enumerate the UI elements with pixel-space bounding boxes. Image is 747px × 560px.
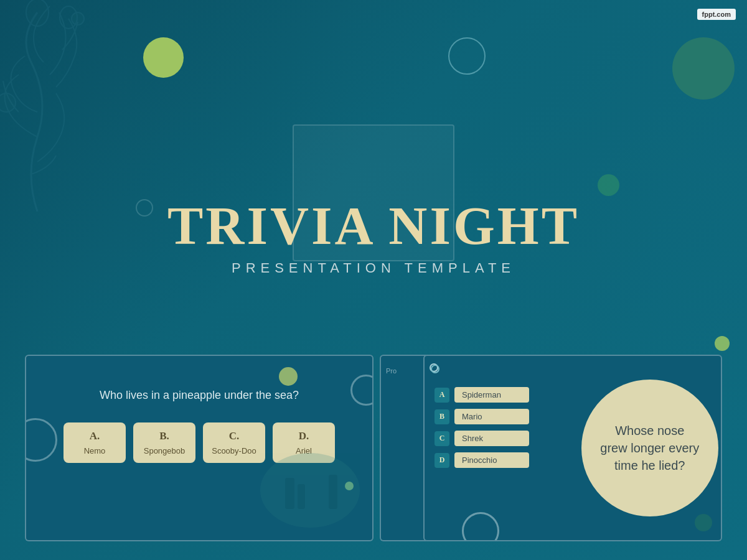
answer-text-b: Spongebob	[139, 446, 189, 455]
answer-letter-b: B.	[139, 430, 189, 442]
option-badge-d: D	[435, 453, 449, 468]
main-title: TRIVIA NIGHT	[0, 199, 747, 253]
slide1-question: Who lives in a pineapple under the sea?	[26, 356, 372, 416]
slide-preview-2: A Spiderman B Mario C Shrek D Pinocchio …	[423, 355, 722, 541]
svg-point-3	[60, 6, 77, 29]
option-badge-c: C	[435, 431, 449, 446]
option-label-a: Spiderman	[454, 387, 529, 403]
slide2-question-area: Whose nose grew longer every time he lie…	[579, 356, 721, 540]
option-badge-a: A	[435, 388, 449, 403]
decor-circle-lime-right-edge	[715, 336, 730, 351]
option-label-c: Shrek	[454, 431, 529, 446]
s1-circle-yellow	[279, 367, 298, 386]
slide1-bg-art	[248, 428, 372, 540]
coral-decoration	[0, 0, 137, 212]
slide2-question-circle: Whose nose grew longer every time he lie…	[581, 380, 718, 516]
svg-point-4	[260, 453, 360, 528]
slide-preview-1: Who lives in a pineapple under the sea? …	[25, 355, 374, 541]
answer-text-a: Nemo	[70, 446, 120, 455]
svg-rect-6	[298, 484, 305, 509]
svg-point-0	[0, 93, 16, 112]
slide2-option-a: A Spiderman	[435, 387, 578, 403]
decor-circle-small-right	[598, 174, 619, 196]
decor-circle-lime	[143, 37, 184, 78]
slide2-option-b: B Mario	[435, 409, 578, 424]
svg-rect-7	[329, 475, 337, 509]
answer-letter-a: A.	[70, 430, 120, 442]
slide2-option-d: D Pinocchio	[435, 452, 578, 468]
slide-partial-preview: Pro	[380, 355, 430, 541]
watermark: fppt.com	[697, 9, 736, 20]
slide2-question-text: Whose nose grew longer every time he lie…	[600, 422, 700, 474]
title-section: TRIVIA NIGHT PRESENTATION TEMPLATE	[0, 199, 747, 276]
slides-preview-container: Who lives in a pineapple under the sea? …	[25, 355, 722, 541]
svg-point-2	[26, 0, 49, 26]
partial-slide-text: Pro	[386, 367, 397, 375]
decor-circle-teal-right	[672, 37, 735, 100]
answer-card-a: A. Nemo	[63, 422, 126, 463]
option-badge-b: B	[435, 409, 449, 424]
option-label-b: Mario	[454, 409, 529, 424]
svg-rect-5	[285, 478, 294, 509]
decor-circle-outline-mid	[448, 37, 486, 75]
slide2-options-area: A Spiderman B Mario C Shrek D Pinocchio	[425, 356, 588, 540]
subtitle: PRESENTATION TEMPLATE	[0, 260, 747, 276]
answer-card-b: B. Spongebob	[133, 422, 195, 463]
option-label-d: Pinocchio	[454, 452, 529, 468]
slide2-option-c: C Shrek	[435, 431, 578, 446]
